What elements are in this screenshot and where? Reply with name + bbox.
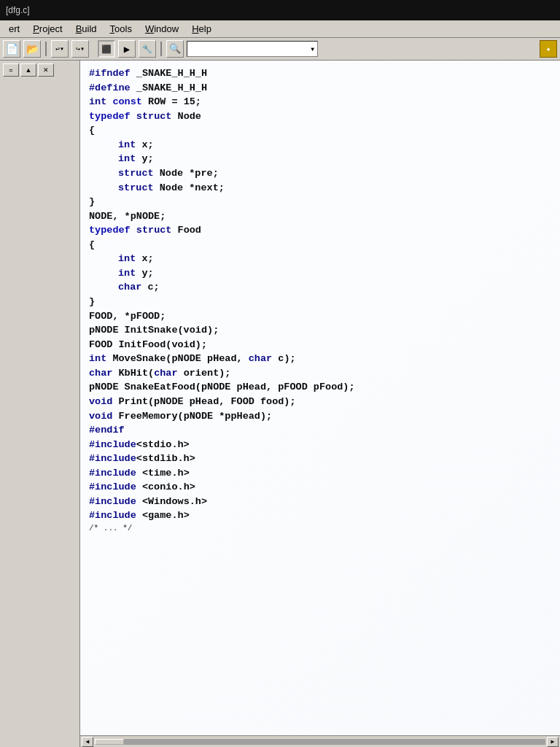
code-line-12: typedef struct Food (89, 223, 551, 238)
code-line-6: int x; (89, 138, 551, 152)
toolbar: 📄 📂 ↩▾ ↪▾ ⬛ ▶ 🔧 🔍 ▼ ✦ (0, 38, 560, 61)
code-line-30: #include <conio.h> (89, 480, 551, 495)
toolbar-dropdown[interactable]: ▼ (187, 41, 318, 57)
code-line-4: typedef struct Node (89, 109, 551, 124)
code-line-32: #include <game.h> (89, 508, 551, 523)
sidebar-close-btn[interactable]: ✕ (38, 63, 54, 77)
scroll-left-btn[interactable]: ◀ (82, 737, 93, 747)
code-line-27: #include<stdio.h> (89, 438, 551, 452)
menu-project[interactable]: Project (27, 22, 68, 36)
sidebar: = ▲ ✕ (0, 61, 80, 747)
toolbar-new-btn[interactable]: 📄 (3, 40, 20, 58)
toolbar-run-btn[interactable]: ▶ (118, 40, 136, 58)
scroll-track[interactable] (95, 739, 545, 745)
code-line-31: #include <Windows.h> (89, 495, 551, 509)
sidebar-controls: = ▲ ✕ (3, 63, 77, 77)
code-content: #ifndef _SNAKE_H_H_H #define _SNAKE_H_H_… (89, 66, 551, 535)
toolbar-sep-1 (45, 42, 47, 56)
menu-help[interactable]: Help (186, 22, 217, 36)
toolbar-debug-btn[interactable]: 🔧 (139, 40, 156, 58)
main-window: [dfg.c] ert Project Build Tools Window H… (0, 0, 560, 747)
sidebar-up-btn[interactable]: ▲ (20, 63, 36, 77)
code-line-14: int x; (89, 252, 551, 266)
code-line-9: struct Node *next; (89, 181, 551, 196)
menu-window[interactable]: Window (139, 22, 184, 36)
code-line-29: #include <time.h> (89, 466, 551, 481)
code-line-21: int MoveSnake(pNODE pHead, char c); (89, 352, 551, 366)
code-line-15: int y; (89, 266, 551, 281)
code-line-18: FOOD, *pFOOD; (89, 309, 551, 324)
horizontal-scrollbar[interactable]: ◀ ▶ (80, 735, 560, 747)
menu-build[interactable]: Build (70, 22, 103, 36)
code-line-26: #endif (89, 423, 551, 438)
code-line-13: { (89, 238, 551, 252)
code-line-25: void FreeMemory(pNODE *ppHead); (89, 409, 551, 424)
code-line-19: pNODE InitSnake(void); (89, 323, 551, 338)
code-line-22: char KbHit(char orient); (89, 366, 551, 381)
code-line-7: int y; (89, 152, 551, 166)
code-line-2: #define _SNAKE_H_H_H (89, 81, 551, 96)
code-line-3: int const ROW = 15; (89, 95, 551, 109)
toolbar-open-btn[interactable]: 📂 (23, 40, 41, 58)
dropdown-arrow-icon: ▼ (311, 46, 314, 53)
scroll-right-btn[interactable]: ▶ (547, 737, 559, 747)
code-editor[interactable]: #ifndef _SNAKE_H_H_H #define _SNAKE_H_H_… (80, 61, 560, 735)
code-line-28: #include<stdlib.h> (89, 452, 551, 466)
code-line-11: NODE, *pNODE; (89, 209, 551, 224)
sidebar-minimize-btn[interactable]: = (3, 63, 19, 77)
toolbar-redo-btn[interactable]: ↪▾ (71, 40, 89, 58)
code-line-5: { (89, 123, 551, 138)
menu-ert[interactable]: ert (3, 22, 26, 36)
toolbar-sep-2 (160, 42, 162, 56)
code-line-10: } (89, 195, 551, 209)
toolbar-compile-btn[interactable]: ⬛ (98, 40, 115, 58)
code-line-8: struct Node *pre; (89, 166, 551, 181)
toolbar-undo-btn[interactable]: ↩▾ (51, 40, 69, 58)
code-line-17: } (89, 295, 551, 309)
code-line-16: char c; (89, 280, 551, 295)
code-line-23: pNODE SnakeEatFood(pNODE pHead, pFOOD pF… (89, 380, 551, 395)
title-bar-text: [dfg.c] (6, 5, 30, 15)
code-line-20: FOOD InitFood(void); (89, 338, 551, 352)
menu-bar: ert Project Build Tools Window Help (0, 20, 560, 38)
code-line-24: void Print(pNODE pHead, FOOD food); (89, 395, 551, 409)
menu-tools[interactable]: Tools (104, 22, 138, 36)
toolbar-extra-btn[interactable]: ✦ (540, 40, 557, 58)
scroll-thumb[interactable] (95, 739, 124, 745)
code-line-33: /* ... */ (89, 523, 551, 535)
editor-container: #ifndef _SNAKE_H_H_H #define _SNAKE_H_H_… (80, 61, 560, 747)
toolbar-search-btn[interactable]: 🔍 (166, 40, 184, 58)
main-area: = ▲ ✕ #ifndef _SNAKE_H_H_H #define _SNAK… (0, 61, 560, 747)
code-line-1: #ifndef _SNAKE_H_H_H (89, 66, 551, 81)
